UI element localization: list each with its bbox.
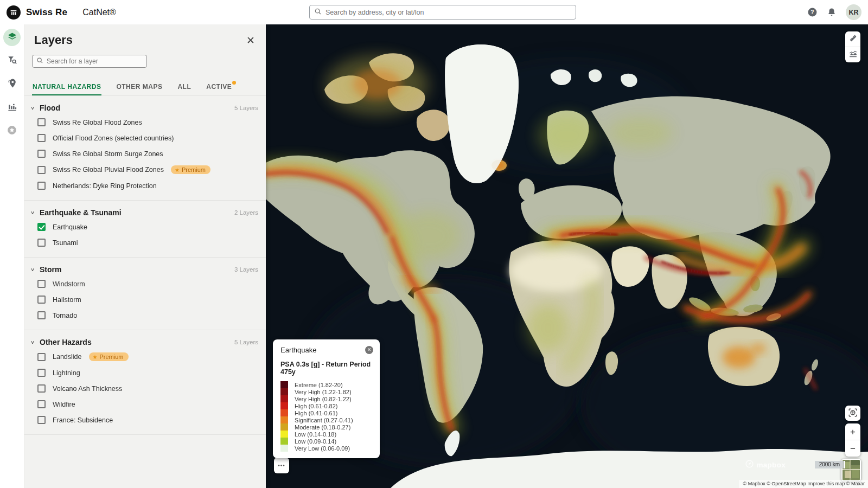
layer-row-france-subsidence[interactable]: France: Subsidence: [24, 412, 266, 428]
layer-search[interactable]: [32, 55, 147, 68]
layer-row-wildfire[interactable]: Wildfire: [24, 396, 266, 412]
layer-row-hailstorm[interactable]: Hailstorm: [24, 292, 266, 307]
layer-row-lightning[interactable]: Lightning: [24, 365, 266, 381]
rail-item-favorites[interactable]: [3, 122, 21, 139]
checkbox-unchecked[interactable]: [37, 416, 46, 424]
layer-row-netherlands-dyke-ring-protection[interactable]: Netherlands: Dyke Ring Protection: [24, 178, 266, 194]
map-attribution[interactable]: © Mapbox © OpenStreetMap Improve this ma…: [739, 480, 868, 488]
tab-label: ACTIVE: [206, 83, 232, 91]
notifications-button[interactable]: [827, 8, 837, 17]
checkbox-unchecked[interactable]: [37, 369, 46, 377]
elevation-profile-button[interactable]: [845, 47, 860, 62]
legend-color-swatch: [280, 416, 288, 423]
checkbox-unchecked[interactable]: [37, 353, 46, 361]
layer-label: Wildfire: [53, 401, 75, 408]
layer-label: France: Subsidence: [53, 416, 113, 424]
section-title: Storm: [40, 265, 234, 274]
legend-entry: Very High (1.22-1.82): [280, 388, 373, 395]
checkbox-unchecked[interactable]: [37, 182, 46, 190]
rail-item-analytics[interactable]: [3, 99, 21, 116]
layer-label: Official Flood Zones (selected countries…: [53, 134, 174, 142]
legend-title: Earthquake: [280, 346, 317, 354]
legend-popup: Earthquake ✕ PSA 0.3s [g] - Return Perio…: [273, 339, 380, 458]
tab-all[interactable]: ALL: [177, 80, 192, 95]
layer-row-tsunami[interactable]: Tsunami: [24, 235, 266, 251]
section-storm: ∨Storm3 LayersWindstormHailstormTornado: [24, 258, 266, 330]
star-icon: ★: [93, 354, 98, 360]
tab-other-maps[interactable]: OTHER MAPS: [116, 80, 163, 95]
section-header[interactable]: ∨Flood5 Layers: [24, 101, 266, 114]
zoom-out-button[interactable]: −: [845, 440, 860, 457]
zoom-controls: + −: [845, 423, 860, 457]
layer-label: Swiss Re Global Pluvial Flood Zones: [53, 166, 164, 174]
section-header[interactable]: ∨Earthquake & Tsunami2 Layers: [24, 206, 266, 219]
user-avatar[interactable]: KR: [846, 4, 861, 20]
legend-color-swatch: [280, 381, 288, 388]
panel-close-button[interactable]: ✕: [246, 35, 255, 46]
zoom-in-button[interactable]: +: [845, 423, 860, 440]
section-header[interactable]: ∨Storm3 Layers: [24, 263, 266, 276]
checkbox-unchecked[interactable]: [37, 134, 46, 142]
checkbox-unchecked[interactable]: [37, 384, 46, 393]
layer-label: Swiss Re Global Storm Surge Zones: [53, 150, 163, 158]
legend-color-swatch: [280, 402, 288, 409]
tab-active[interactable]: ACTIVE: [206, 80, 232, 95]
mapbox-logo[interactable]: mapbox: [745, 459, 786, 470]
reset-view-button[interactable]: [845, 406, 860, 421]
legend-entry-label: Extreme (1.82-20): [295, 382, 343, 388]
legend-entry: Moderate (0.18-0.27): [280, 423, 373, 431]
legend-color-swatch: [280, 395, 288, 402]
layer-search-input[interactable]: [47, 57, 143, 65]
layer-row-official-flood-zones-selected-countries[interactable]: Official Flood Zones (selected countries…: [24, 130, 266, 146]
mapbox-logo-text: mapbox: [756, 461, 786, 469]
map-pin-icon: [7, 78, 17, 90]
layer-row-windstorm[interactable]: Windstorm: [24, 276, 266, 292]
checkbox-unchecked[interactable]: [37, 311, 46, 319]
checkbox-unchecked[interactable]: [37, 280, 46, 288]
legend-more-button[interactable]: •••: [274, 458, 289, 473]
legend-color-swatch: [280, 388, 288, 395]
layer-label: Earthquake: [53, 223, 87, 231]
checkbox-unchecked[interactable]: [37, 239, 46, 247]
legend-entry-label: High (0.41-0.61): [295, 410, 338, 416]
checkbox-unchecked[interactable]: [37, 400, 46, 408]
checkbox-checked[interactable]: [37, 223, 46, 231]
mapbox-logo-icon: [745, 459, 754, 470]
star-badge-icon: [7, 125, 17, 137]
layer-row-tornado[interactable]: Tornado: [24, 307, 266, 323]
section-other-hazards: ∨Other Hazards5 LayersLandslide★PremiumL…: [24, 330, 266, 435]
layer-row-landslide[interactable]: Landslide★Premium: [24, 349, 266, 365]
checkbox-unchecked[interactable]: [37, 296, 46, 304]
legend-color-swatch: [280, 423, 288, 431]
layer-label: Lightning: [53, 369, 80, 377]
layers-icon: [7, 31, 17, 43]
legend-color-swatch: [280, 431, 288, 438]
layer-row-swiss-re-global-flood-zones[interactable]: Swiss Re Global Flood Zones: [24, 114, 266, 130]
rail-item-filter-search[interactable]: [3, 52, 21, 69]
premium-badge: ★Premium: [171, 165, 210, 174]
tab-natural-hazards[interactable]: NATURAL HAZARDS: [32, 80, 101, 95]
legend-entry: Low (0.14-0.18): [280, 431, 373, 438]
rail-item-layers[interactable]: [3, 29, 21, 46]
checkbox-unchecked[interactable]: [37, 166, 46, 174]
product-name: CatNet®: [82, 8, 116, 17]
map-canvas[interactable]: + − ••• mapbox 2000 km © Mapbox © OpenSt…: [266, 24, 868, 488]
measure-distance-button[interactable]: [845, 31, 860, 47]
layer-row-earthquake[interactable]: Earthquake: [24, 219, 266, 235]
checkbox-unchecked[interactable]: [37, 150, 46, 158]
checkbox-unchecked[interactable]: [37, 118, 46, 126]
search-icon: [314, 8, 322, 17]
layer-row-swiss-re-global-pluvial-flood-zones[interactable]: Swiss Re Global Pluvial Flood Zones★Prem…: [24, 162, 266, 178]
global-search-input[interactable]: [326, 9, 571, 16]
rail-item-locations[interactable]: [3, 75, 21, 93]
global-search[interactable]: [309, 5, 576, 20]
tab-label: OTHER MAPS: [116, 83, 162, 91]
legend-entry-label: Low (0.09-0.14): [295, 438, 336, 445]
help-button[interactable]: ?: [807, 7, 818, 17]
section-layer-count: 5 Layers: [234, 105, 258, 111]
layer-row-volcano-ash-thickness[interactable]: Volcano Ash Thickness: [24, 381, 266, 396]
layer-row-swiss-re-global-storm-surge-zones[interactable]: Swiss Re Global Storm Surge Zones: [24, 146, 266, 162]
legend-entry-label: Significant (0.27-0.41): [295, 417, 353, 423]
section-header[interactable]: ∨Other Hazards5 Layers: [24, 336, 266, 349]
legend-close-button[interactable]: ✕: [365, 346, 373, 354]
